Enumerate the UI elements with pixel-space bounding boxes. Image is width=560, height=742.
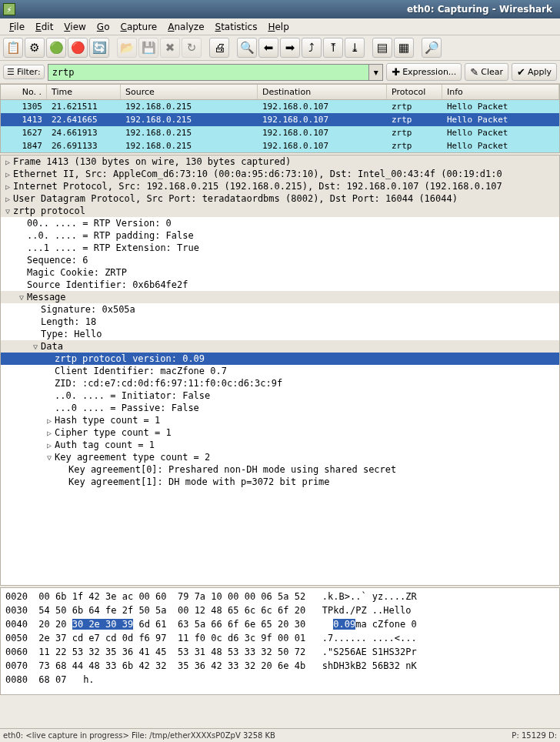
tree-node[interactable]: ▽ Data xyxy=(1,340,559,353)
tree-node[interactable]: ..0. .... = RTP padding: False xyxy=(1,229,559,242)
expand-icon[interactable]: ▷ xyxy=(44,416,55,425)
expand-icon[interactable]: ▷ xyxy=(2,158,13,166)
expand-icon[interactable]: ▷ xyxy=(44,429,55,437)
tree-node[interactable]: ▷ Hash type count = 1 xyxy=(1,414,559,426)
tree-node[interactable]: ..0. .... = Initiator: False xyxy=(1,389,559,402)
tree-node[interactable]: 00.. .... = RTP Version: 0 xyxy=(1,217,559,229)
tree-node[interactable]: Type: Hello xyxy=(1,328,559,340)
menu-edit[interactable]: Edit xyxy=(31,20,58,34)
hex-line[interactable]: 0030 54 50 6b 64 fe 2f 50 5a 00 12 48 65… xyxy=(5,603,555,617)
auto-scroll-button[interactable]: ▦ xyxy=(394,38,414,58)
tree-node[interactable]: ZID: :cd:e7:cd:0d:f6:97:11:f0:0c:d6:3c:9… xyxy=(1,377,559,389)
col-time[interactable]: Time xyxy=(47,85,121,99)
tree-node[interactable]: Client Identifier: macZfone 0.7 xyxy=(1,365,559,377)
menu-analyze[interactable]: Analyze xyxy=(163,20,208,34)
tree-node[interactable]: ▷ Auth tag count = 1 xyxy=(1,439,559,451)
menu-file[interactable]: File xyxy=(5,20,29,34)
hex-line[interactable]: 0080 68 07 h. xyxy=(5,673,555,687)
menu-help[interactable]: Help xyxy=(263,20,293,34)
tree-node[interactable]: ▷ User Datagram Protocol, Src Port: tera… xyxy=(1,192,559,205)
tree-node[interactable]: ▽ Message xyxy=(1,291,559,303)
zoom-in-button[interactable]: 🔎 xyxy=(422,38,442,58)
table-row[interactable]: 141322.641665192.168.0.215192.168.0.107z… xyxy=(1,113,559,126)
expand-icon[interactable]: ▽ xyxy=(30,343,41,351)
tree-node[interactable]: Key agreement[0]: Preshared non-DH mode … xyxy=(1,463,559,476)
expression-button[interactable]: ✚Expression... xyxy=(386,63,462,81)
expand-icon[interactable]: ▽ xyxy=(44,453,55,462)
apply-button[interactable]: ✔Apply xyxy=(512,63,557,81)
tree-node[interactable]: Length: 18 xyxy=(1,316,559,328)
go-last-button[interactable]: ⤓ xyxy=(345,38,365,58)
clear-button[interactable]: ✎Clear xyxy=(465,63,508,81)
restart-capture-button[interactable]: 🔄 xyxy=(89,38,109,58)
table-row[interactable]: 130521.621511192.168.0.215192.168.0.107z… xyxy=(1,100,559,113)
protocol-tree[interactable]: ▷ Frame 1413 (130 bytes on wire, 130 byt… xyxy=(0,155,560,586)
tree-label: Ethernet II, Src: AppleCom_d6:73:10 (00:… xyxy=(13,169,502,179)
expand-icon[interactable]: ▷ xyxy=(44,441,55,450)
expand-icon[interactable]: ▷ xyxy=(2,195,13,203)
expand-icon[interactable]: ▽ xyxy=(16,293,27,302)
tree-node[interactable]: ▷ Internet Protocol, Src: 192.168.0.215 … xyxy=(1,180,559,192)
expand-icon[interactable]: ▷ xyxy=(2,182,13,191)
tree-node[interactable]: ...1 .... = RTP Extension: True xyxy=(1,242,559,254)
expand-icon[interactable]: ▷ xyxy=(2,170,13,179)
tree-node[interactable]: ...0 .... = Passive: False xyxy=(1,402,559,414)
tree-node[interactable]: Source Identifier: 0x6b64fe2f xyxy=(1,279,559,291)
tree-node[interactable]: ▷ Frame 1413 (130 bytes on wire, 130 byt… xyxy=(1,155,559,168)
save-button[interactable]: 💾 xyxy=(138,38,158,58)
find-button[interactable]: 🔍 xyxy=(237,38,257,58)
menu-statistics[interactable]: Statistics xyxy=(211,20,262,34)
expand-icon[interactable]: ▽ xyxy=(2,207,13,216)
tree-node[interactable]: zrtp protocol version: 0.09 xyxy=(1,353,559,365)
filter-dropdown-button[interactable]: ▾ xyxy=(369,64,383,81)
tree-label: Auth tag count = 1 xyxy=(55,440,155,450)
packet-list-header[interactable]: No. . Time Source Destination Protocol I… xyxy=(1,85,559,100)
stop-capture-button[interactable]: 🔴 xyxy=(68,38,88,58)
tree-label: Key agreement[0]: Preshared non-DH mode … xyxy=(68,464,396,475)
tree-node[interactable]: ▽ zrtp protocol xyxy=(1,205,559,217)
close-button[interactable]: ✖ xyxy=(160,38,180,58)
tree-node[interactable]: ▽ Key agreement type count = 2 xyxy=(1,451,559,463)
tree-node[interactable]: Magic Cookie: ZRTP xyxy=(1,266,559,279)
table-row[interactable]: 184726.691133192.168.0.215192.168.0.107z… xyxy=(1,139,559,152)
go-forward-button[interactable]: ➡ xyxy=(280,38,300,58)
hex-line[interactable]: 0060 11 22 53 32 35 36 41 45 53 31 48 53… xyxy=(5,645,555,659)
interfaces-button[interactable]: 📋 xyxy=(3,38,23,58)
tree-node[interactable]: Sequence: 6 xyxy=(1,254,559,266)
col-destination[interactable]: Destination xyxy=(258,85,387,99)
col-info[interactable]: Info xyxy=(442,85,559,99)
table-row[interactable]: 162724.661913192.168.0.215192.168.0.107z… xyxy=(1,126,559,139)
tree-label: Key agreement[1]: DH mode with p=3072 bi… xyxy=(68,476,330,487)
tree-label: ...1 .... = RTP Extension: True xyxy=(27,242,199,253)
hex-line[interactable]: 0070 73 68 44 48 33 6b 42 32 35 36 42 33… xyxy=(5,659,555,673)
filter-input[interactable] xyxy=(48,64,370,81)
go-first-button[interactable]: ⤒ xyxy=(323,38,343,58)
menu-capture[interactable]: Capture xyxy=(115,20,162,34)
tree-node[interactable]: ▷ Cipher type count = 1 xyxy=(1,426,559,439)
hex-view[interactable]: 0020 00 6b 1f 42 3e ac 00 60 79 7a 10 00… xyxy=(0,587,560,695)
start-capture-button[interactable]: 🟢 xyxy=(46,38,66,58)
colorize-button[interactable]: ▤ xyxy=(372,38,392,58)
col-source[interactable]: Source xyxy=(121,85,258,99)
col-protocol[interactable]: Protocol xyxy=(387,85,442,99)
menu-bar: File Edit View Go Capture Analyze Statis… xyxy=(0,18,560,35)
hex-line[interactable]: 0050 2e 37 cd e7 cd 0d f6 97 11 f0 0c d6… xyxy=(5,631,555,645)
menu-view[interactable]: View xyxy=(59,20,90,34)
menu-go[interactable]: Go xyxy=(92,20,115,34)
tree-node[interactable]: ▷ Ethernet II, Src: AppleCom_d6:73:10 (0… xyxy=(1,168,559,180)
print-button[interactable]: 🖨 xyxy=(209,38,229,58)
packet-list-body[interactable]: 130521.621511192.168.0.215192.168.0.107z… xyxy=(1,100,559,152)
options-button[interactable]: ⚙ xyxy=(25,38,45,58)
tree-label: ...0 .... = Passive: False xyxy=(55,403,199,413)
filter-label-button[interactable]: ☰ Filter: xyxy=(3,65,45,79)
hex-line[interactable]: 0040 20 20 30 2e 30 39 6d 61 63 5a 66 6f… xyxy=(5,617,555,631)
go-back-button[interactable]: ⬅ xyxy=(258,38,278,58)
app-icon: ⚡ xyxy=(3,3,15,15)
hex-line[interactable]: 0020 00 6b 1f 42 3e ac 00 60 79 7a 10 00… xyxy=(5,590,555,603)
open-button[interactable]: 📂 xyxy=(117,38,137,58)
tree-node[interactable]: Signature: 0x505a xyxy=(1,303,559,316)
col-no[interactable]: No. . xyxy=(1,85,47,99)
reload-button[interactable]: ↻ xyxy=(182,38,202,58)
tree-node[interactable]: Key agreement[1]: DH mode with p=3072 bi… xyxy=(1,476,559,488)
go-to-button[interactable]: ⤴ xyxy=(302,38,322,58)
